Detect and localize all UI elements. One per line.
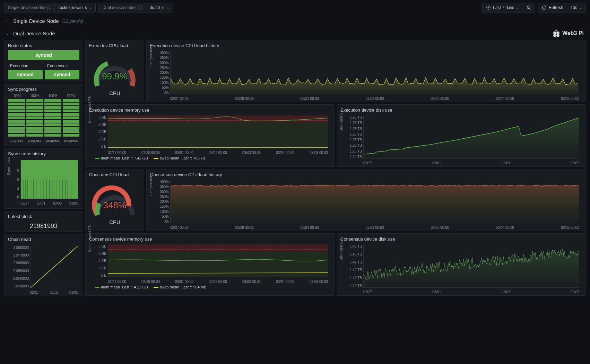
status-badge: synced	[8, 70, 43, 79]
panel-chain-head[interactable]: Chain head 21980000 21970000 21960000 21…	[4, 234, 83, 296]
refresh-button[interactable]: Refresh	[538, 3, 567, 12]
var1-label: Single device nodes	[8, 5, 45, 10]
panel-cons-cpu-history[interactable]: Consensus device CPU load history Load p…	[146, 169, 586, 231]
svg-rect-28	[108, 244, 328, 252]
var1-value-dropdown[interactable]: rockos-eswin_s⌄	[54, 3, 95, 12]
y-axis-label: Sync status	[7, 157, 11, 175]
panel-exec-memory[interactable]: Execution device memory use Memory used …	[85, 104, 335, 167]
panel-cons-memory[interactable]: Consensus device memory use Memory used …	[85, 233, 335, 296]
panel-latest-block[interactable]: Latest block 21981993	[4, 211, 83, 232]
legend: mem.mean Last *: 4.22 GB swap.mean Last …	[89, 284, 331, 291]
toolbar: Single device nodesi rockos-eswin_s⌄ Dua…	[0, 0, 590, 15]
svg-rect-23	[108, 115, 328, 123]
chevron-down-icon: ⌄	[6, 32, 10, 35]
refresh-icon	[542, 5, 547, 10]
panel-exec-cpu-gauge[interactable]: Exec dev CPU load 99.9% CPU	[85, 40, 144, 102]
chevron-right-icon: ›	[6, 19, 10, 23]
info-icon[interactable]: i	[46, 6, 51, 10]
line-chart	[364, 115, 579, 158]
zoom-out-button[interactable]	[523, 3, 535, 12]
refresh-interval-dropdown[interactable]: 10s⌄	[567, 3, 586, 12]
panel-cons-cpu-gauge[interactable]: Cons dev CPU load 348% CPU	[85, 169, 144, 231]
panel-cons-disk[interactable]: Consensus device disk use Disk used GB 1…	[337, 233, 586, 296]
chevron-down-icon: ⌄	[579, 6, 582, 9]
chevron-down-icon: ⌄	[89, 6, 92, 9]
web3pi-icon	[553, 29, 559, 37]
zoom-out-icon	[527, 5, 531, 10]
panel-sync-progress[interactable]: Sync progress 100% 100% 100% 100% progre…	[4, 84, 83, 146]
panel-sync-status-history[interactable]: Sync status history Sync status 1 S S S …	[4, 148, 83, 209]
svg-rect-24	[108, 123, 328, 148]
line-chart	[31, 246, 78, 288]
row-single-device[interactable]: › Single Device Node (12 panels)	[0, 15, 590, 27]
legend: mem.mean Last *: 7.42 GB swap.mean Last …	[89, 155, 331, 162]
y-axis-label: Disk used GB	[339, 239, 343, 260]
status-badge: synced	[8, 50, 79, 60]
y-axis-label: Load percent	[149, 47, 153, 67]
var-dual-device: Dual device nodesi dual0_d⌄	[98, 3, 173, 12]
status-badge: synced	[45, 70, 79, 79]
info-icon[interactable]: i	[138, 6, 142, 10]
panel-exec-disk[interactable]: Execution device disk use Disk used GB 1…	[337, 104, 586, 167]
y-axis-label: Load percent	[149, 176, 153, 196]
chevron-down-icon: ⌄	[517, 6, 519, 9]
brand-logo: Web3 Pi	[553, 29, 584, 37]
y-axis-label: Disk used GB	[339, 110, 343, 131]
line-chart	[108, 244, 328, 277]
line-chart	[171, 180, 579, 223]
line-chart	[171, 51, 579, 94]
var2-value-dropdown[interactable]: dual0_d⌄	[146, 3, 173, 12]
chevron-down-icon: ⌄	[167, 6, 170, 9]
line-chart	[364, 244, 579, 287]
var-single-device: Single device nodesi rockos-eswin_s⌄	[4, 3, 96, 12]
panel-exec-cpu-history[interactable]: Execution device CPU load history Load p…	[146, 40, 586, 102]
svg-rect-27	[171, 185, 579, 223]
panel-node-status[interactable]: Node status synced Executionsynced Conse…	[4, 40, 83, 81]
bar-chart	[21, 160, 78, 199]
time-range-button[interactable]: Last 7 days⌄	[482, 3, 523, 12]
line-chart	[108, 115, 328, 148]
y-axis-label: Memory used GB	[88, 96, 92, 123]
clock-icon	[486, 5, 491, 10]
var2-label: Dual device nodes	[102, 5, 137, 10]
y-axis-label: Memory used GB	[88, 225, 92, 252]
row-dual-device[interactable]: ⌄ Dual Device Node Web3 Pi	[0, 27, 590, 40]
